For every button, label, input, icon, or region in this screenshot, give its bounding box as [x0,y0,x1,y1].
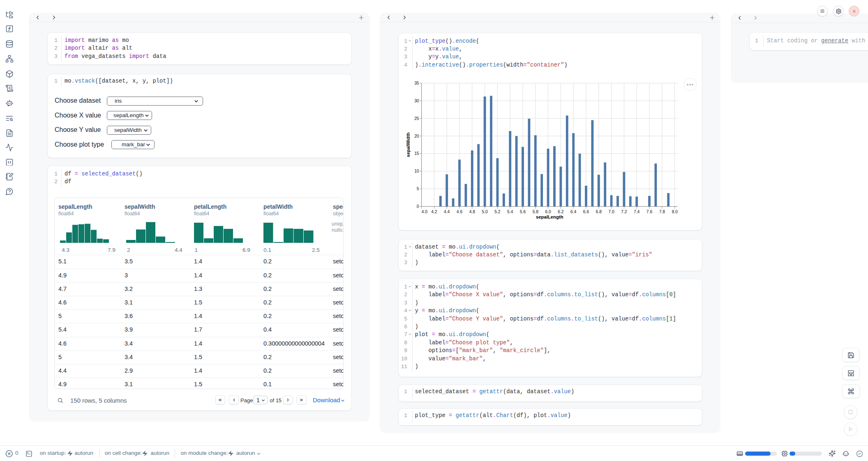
svg-text:25: 25 [414,116,419,121]
svg-text:35: 35 [414,81,419,85]
svg-text:5.2: 5.2 [494,210,501,214]
svg-text:4.4: 4.4 [444,210,450,214]
svg-text:5.6: 5.6 [520,210,526,214]
svg-text:5.4: 5.4 [507,210,513,214]
svg-text:4.2: 4.2 [431,210,437,214]
svg-text:8.0: 8.0 [672,210,678,214]
svg-text:sepalLength: sepalLength [536,214,563,219]
svg-text:sepalWidth: sepalWidth [406,132,411,157]
svg-text:6.0: 6.0 [545,210,551,214]
svg-text:10: 10 [414,169,419,173]
svg-text:5.0: 5.0 [482,210,488,214]
svg-text:4.0: 4.0 [422,210,428,214]
svg-text:6.4: 6.4 [570,210,577,214]
svg-text:6.6: 6.6 [583,210,589,214]
svg-text:5: 5 [417,187,419,191]
svg-text:20: 20 [414,134,419,138]
svg-text:7.2: 7.2 [621,210,627,214]
svg-text:4.8: 4.8 [469,210,476,214]
svg-text:6.8: 6.8 [596,210,602,214]
svg-text:7.0: 7.0 [608,210,614,214]
svg-text:0: 0 [417,204,419,209]
svg-text:5.8: 5.8 [533,210,539,214]
svg-text:15: 15 [414,151,419,156]
svg-text:6.2: 6.2 [558,210,564,214]
svg-text:4.6: 4.6 [457,210,463,214]
svg-text:7.4: 7.4 [634,210,640,214]
svg-text:7.6: 7.6 [646,210,653,214]
svg-text:30: 30 [414,99,419,103]
svg-text:7.8: 7.8 [659,210,665,214]
